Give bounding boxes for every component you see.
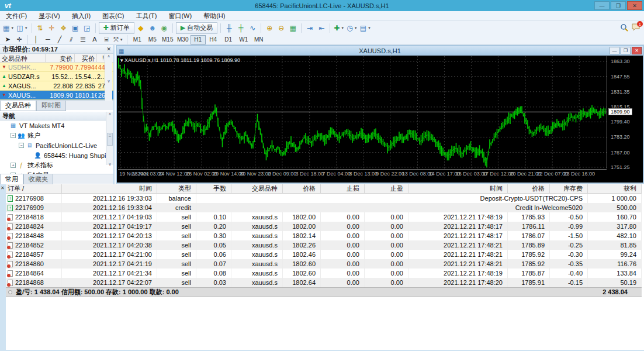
terminal-column-4[interactable]: 交易品种 bbox=[231, 184, 283, 193]
vertical-line-icon[interactable]: │ bbox=[30, 35, 42, 44]
data-window-icon[interactable]: ✛ bbox=[46, 22, 58, 34]
navigator-scrollbar[interactable]: ∧≡∨ bbox=[106, 112, 113, 165]
close-icon[interactable]: ✕ bbox=[106, 46, 111, 52]
terminal-row[interactable]: 221848572021.12.17 04:21:00sell0.06xauus… bbox=[6, 250, 642, 259]
navigator-item[interactable]: 👤658445: Huang Shuping bbox=[0, 150, 113, 160]
periods-icon[interactable]: ◷▼ bbox=[345, 22, 358, 34]
new-order-button[interactable]: ✚新订单 bbox=[99, 22, 134, 34]
menu-item-1[interactable]: 显示(V) bbox=[33, 11, 66, 20]
terminal-row[interactable]: 221848482021.12.17 04:20:13sell0.30xauus… bbox=[6, 231, 642, 240]
tree-expander-icon[interactable]: − bbox=[11, 133, 16, 138]
terminal-close-icon[interactable]: ✕ bbox=[1, 185, 5, 191]
channel-icon[interactable]: ⫽ bbox=[65, 35, 77, 44]
chart-plot-area[interactable]: ▾ XAUUSD.s,H1 1810.78 1811.19 1809.76 18… bbox=[118, 56, 607, 168]
mw-col-2[interactable]: 买价 bbox=[75, 54, 97, 62]
tree-expander-icon[interactable]: − bbox=[19, 143, 24, 148]
terminal-column-1[interactable]: 时间 bbox=[62, 184, 157, 193]
terminal-column-9[interactable]: 价格 bbox=[508, 184, 550, 193]
market-watch-row[interactable]: ▲XAGUS...22.80822.83527 bbox=[0, 81, 113, 91]
templates-icon[interactable]: ▤▼ bbox=[359, 22, 372, 34]
tile-windows-icon[interactable]: ▦ bbox=[287, 22, 299, 34]
chart-close-button[interactable]: ✕ bbox=[632, 47, 642, 54]
navigator-item[interactable]: −🖥PacificUnionLLC-Live bbox=[0, 140, 113, 150]
trendline-icon[interactable]: ╱ bbox=[54, 35, 65, 44]
timeframe-m1[interactable]: M1 bbox=[130, 35, 145, 44]
chart-time-axis[interactable]: 19 Nov 202123 Nov 03:0024 Nov 12:0026 No… bbox=[118, 169, 607, 177]
market-watch-row[interactable]: ▼USDHK...7.799007.7994444 bbox=[0, 63, 113, 72]
navigator-tab-0[interactable]: 常用 bbox=[0, 174, 23, 185]
tree-expander-icon[interactable]: + bbox=[11, 173, 16, 174]
navigator-item[interactable]: +ƒ技术指标 bbox=[0, 160, 113, 170]
search-icon[interactable] bbox=[620, 23, 628, 33]
signals-icon[interactable]: ◉ bbox=[158, 22, 170, 34]
terminal-column-7[interactable]: 止盈 bbox=[365, 184, 408, 193]
timeframe-h4[interactable]: H4 bbox=[206, 35, 221, 44]
terminal-row[interactable]: 221848242021.12.17 04:19:17sell0.20xauus… bbox=[6, 222, 642, 231]
timeframe-d1[interactable]: D1 bbox=[221, 35, 236, 44]
strategy-tester-icon[interactable]: ◲ bbox=[81, 22, 93, 34]
navigator-item[interactable]: +◆EA交易 bbox=[0, 170, 113, 174]
market-watch-row[interactable]: ▲USDZAR.s15.52...15.54...2... bbox=[0, 72, 113, 81]
terminal-row[interactable]: 221848182021.12.17 04:19:03sell0.10xauus… bbox=[6, 212, 642, 222]
chart-restore-button[interactable]: ❐ bbox=[621, 47, 631, 54]
menu-item-5[interactable]: 窗口(W) bbox=[162, 11, 198, 20]
arrows-icon[interactable]: ⤧▼ bbox=[112, 35, 124, 44]
text-label-icon[interactable]: ⌸ bbox=[101, 35, 112, 44]
terminal-row[interactable]: ↑221769092021.12.16 19:33:04creditCredit… bbox=[6, 203, 642, 212]
menu-item-4[interactable]: 工具(T) bbox=[130, 11, 162, 20]
terminal-row[interactable]: ↑221769082021.12.16 19:33:03balanceDepos… bbox=[6, 194, 642, 203]
restore-button[interactable]: ❐ bbox=[611, 1, 626, 10]
mw-col-1[interactable]: 卖价 bbox=[46, 54, 75, 62]
timeframe-mn[interactable]: MN bbox=[251, 35, 266, 44]
cursor-icon[interactable]: ➤ bbox=[2, 35, 13, 44]
profiles-icon[interactable]: ◫▼ bbox=[15, 22, 29, 34]
terminal-row[interactable]: 221848642021.12.17 04:21:34sell0.08xauus… bbox=[6, 269, 642, 278]
terminal-icon[interactable]: ▣ bbox=[70, 22, 81, 34]
indicators-icon[interactable]: ✚▼ bbox=[333, 22, 345, 34]
timeframe-m30[interactable]: M30 bbox=[175, 35, 191, 44]
mql5-market-icon[interactable]: ◆ bbox=[135, 22, 147, 34]
minimize-button[interactable]: — bbox=[594, 1, 610, 10]
menu-item-6[interactable]: 帮助(H) bbox=[198, 11, 231, 20]
horizontal-line-icon[interactable]: ─ bbox=[42, 35, 54, 44]
mw-col-0[interactable]: 交易品种 bbox=[0, 54, 46, 62]
terminal-column-11[interactable]: 获利 bbox=[588, 184, 642, 193]
terminal-column-8[interactable]: 时间 bbox=[408, 184, 508, 193]
candlestick-icon[interactable]: ╪ bbox=[235, 22, 247, 34]
terminal-column-10[interactable]: 库存费 bbox=[550, 184, 588, 193]
zoom-out-icon[interactable]: ⊖ bbox=[275, 22, 287, 34]
community-icon[interactable]: ☻ bbox=[147, 22, 158, 34]
terminal-row[interactable]: 221848602021.12.17 04:21:19sell0.07xauus… bbox=[6, 259, 642, 269]
chart-minimize-button[interactable]: — bbox=[610, 47, 619, 54]
terminal-column-0[interactable]: 订单 / bbox=[6, 184, 62, 193]
navigator-item[interactable]: ▦VT Makets MT4 bbox=[0, 121, 113, 130]
timeframe-m15[interactable]: M15 bbox=[160, 35, 175, 44]
fibonacci-icon[interactable]: ☰ bbox=[77, 35, 89, 44]
terminal-column-2[interactable]: 类型 bbox=[157, 184, 196, 193]
navigator-item[interactable]: −👥账户 bbox=[0, 130, 113, 140]
autotrading-button[interactable]: ▶自动交易 bbox=[176, 22, 217, 34]
navigator-tab-1[interactable]: 收藏夹 bbox=[23, 174, 53, 185]
chart-price-axis[interactable]: 1863.301847.551831.351815.151799.401783.… bbox=[607, 56, 643, 168]
terminal-column-3[interactable]: 手数 bbox=[196, 184, 231, 193]
text-icon[interactable]: A bbox=[89, 35, 101, 44]
close-button[interactable]: ✕ bbox=[627, 1, 642, 10]
bar-chart-icon[interactable]: ╫ bbox=[223, 22, 235, 34]
market-watch-tab-1[interactable]: 即时图 bbox=[36, 101, 66, 111]
market-watch-row[interactable]: ▼XAUUS...1809.901810.1626 bbox=[0, 91, 113, 100]
notifications-icon[interactable]: 1 bbox=[632, 23, 640, 32]
zoom-in-icon[interactable]: ⊕ bbox=[264, 22, 275, 34]
navigator-icon[interactable]: ❖ bbox=[58, 22, 70, 34]
terminal-column-5[interactable]: 价格 bbox=[283, 184, 321, 193]
timeframe-m5[interactable]: M5 bbox=[145, 35, 160, 44]
menu-item-3[interactable]: 图表(C) bbox=[96, 11, 130, 20]
crosshair-icon[interactable]: ✛ bbox=[13, 35, 25, 44]
terminal-column-6[interactable]: 止损 bbox=[321, 184, 365, 193]
new-chart-icon[interactable]: ▦▼ bbox=[2, 22, 15, 34]
timeframe-w1[interactable]: W1 bbox=[236, 35, 251, 44]
terminal-row[interactable]: 221848522021.12.17 04:20:38sell0.05xauus… bbox=[6, 240, 642, 250]
chart-autoscroll-icon[interactable]: ⇤ bbox=[316, 22, 327, 34]
menu-item-2[interactable]: 插入(I) bbox=[66, 11, 96, 20]
market-watch-icon[interactable]: ⇅ bbox=[34, 22, 46, 34]
chart-window-titlebar[interactable]: ▦ XAUUSD.s,H1 — ❐ ✕ bbox=[117, 46, 643, 56]
